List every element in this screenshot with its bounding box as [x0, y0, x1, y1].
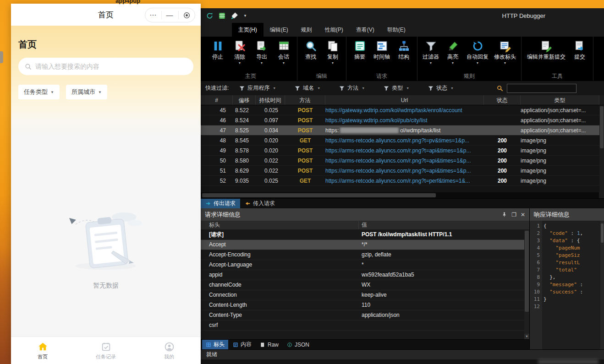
request-view-tab-1[interactable]: 内容	[229, 340, 255, 349]
menu-tab-1[interactable]: 编辑(E)	[264, 23, 295, 37]
column-header-url[interactable]: Url	[325, 95, 484, 105]
stream-tab-1[interactable]: 传入请求	[240, 199, 280, 208]
filter-chip-0[interactable]: 任务类型▼	[18, 85, 60, 99]
ribbon-group-label: 编辑	[300, 72, 343, 81]
ribbon-group-label: 请求	[349, 72, 414, 81]
line-number: 7	[530, 266, 540, 274]
column-header-num[interactable]: #	[201, 95, 233, 105]
ribbon-button-modheaders[interactable]: 修改标头▼	[492, 38, 518, 65]
menu-tab-2[interactable]: 规则	[295, 23, 318, 37]
tabbar-item-0[interactable]: 首页	[11, 337, 74, 364]
column-header-name[interactable]: 标头	[201, 221, 359, 229]
column-header-sta[interactable]: 状态	[484, 95, 521, 105]
close-icon[interactable]: ✕	[521, 212, 525, 217]
header-row-1[interactable]: Accept*/*	[201, 240, 524, 250]
sync-icon[interactable]	[205, 11, 214, 20]
column-header-met[interactable]: 方法	[285, 95, 325, 105]
quick-filter-search-input[interactable]	[507, 84, 577, 93]
column-header-off[interactable]: 偏移	[233, 95, 256, 105]
quick-filter-0[interactable]: 应用程序▼	[236, 83, 279, 93]
quick-filter-2[interactable]: 方法▼	[336, 83, 368, 93]
menu-tab-5[interactable]: 帮助(E)	[381, 23, 412, 37]
response-vertical-scrollbar[interactable]	[600, 221, 604, 349]
ribbon-button-submit[interactable]: 提交	[569, 38, 590, 60]
ribbon-button-filter[interactable]: 过滤器▼	[420, 38, 441, 65]
export-grid-icon[interactable]	[218, 11, 226, 20]
code-line: "total"	[544, 266, 604, 274]
ribbon-button-resubmit[interactable]: 编辑并重新提交	[524, 38, 568, 60]
table-row-48[interactable]: 488.5450.020GEThttps://arms-retcode.aliy…	[201, 136, 599, 146]
column-header-value[interactable]: 值	[359, 221, 529, 229]
minimize-button[interactable]: —	[162, 8, 178, 22]
table-row-45[interactable]: 458.5220.025POSThttps://gateway.wdtrip.c…	[201, 105, 599, 115]
header-row-2[interactable]: Accept-Encodinggzip, deflate	[201, 250, 524, 260]
menu-tab-3[interactable]: 性能(P)	[318, 23, 350, 37]
quick-filter-3[interactable]: 类型▼	[380, 83, 412, 93]
header-row-8[interactable]: Content-Typeapplication/json	[201, 310, 524, 321]
pin-icon[interactable]	[501, 212, 507, 217]
hscroll-corner	[599, 192, 604, 198]
maximize-icon[interactable]: ❐	[511, 212, 516, 217]
table-row-52[interactable]: 529.0350.025GEThttps://arms-retcode.aliy…	[201, 176, 599, 186]
table-row-47[interactable]: 478.5250.034POSThttps:ol/wdmp/task/lista…	[201, 125, 599, 136]
cell-met: GET	[285, 137, 325, 144]
header-row-5[interactable]: channelCodeWX	[201, 280, 524, 290]
cell-dur: 0.025	[256, 178, 285, 184]
column-header-typ[interactable]: 类型	[521, 95, 599, 105]
request-vertical-scrollbar[interactable]: ▼	[524, 230, 529, 339]
ribbon-button-clear[interactable]: 清除▼	[229, 38, 250, 65]
header-row-0[interactable]: [请求]POST /kol/wdmp/task/list HTTP/1.1	[201, 230, 524, 240]
ribbon-button-export[interactable]: 导出▼	[251, 38, 272, 65]
ribbon-button-summary[interactable]: 摘要	[349, 38, 370, 60]
quick-access-caret-icon[interactable]: ▼	[243, 14, 247, 18]
header-row-3[interactable]: Accept-Language*	[201, 260, 524, 270]
request-view-tab-2[interactable]: Raw	[256, 340, 282, 349]
hscroll-thumb[interactable]	[202, 193, 436, 197]
request-panel-title: 请求详细信息	[205, 211, 241, 219]
ribbon-button-session[interactable]: 会话▼	[273, 38, 294, 65]
table-vertical-scrollbar[interactable]	[599, 105, 604, 192]
quick-filter-4[interactable]: 状态▼	[425, 83, 456, 93]
ribbon-button-highlight[interactable]: 高亮▼	[442, 38, 463, 65]
filter-chip-1[interactable]: 所属城市▼	[66, 85, 107, 99]
ribbon-button-autoreply[interactable]: 自动回复▼	[464, 38, 491, 65]
table-row-46[interactable]: 468.5240.097POSThttps://gateway.wdtrip.c…	[201, 115, 599, 125]
cell-off: 8.525	[233, 127, 256, 134]
scroll-down-arrow-icon[interactable]: ▼	[524, 334, 529, 339]
chevron-down-icon: ▼	[331, 61, 335, 65]
header-row-4[interactable]: appidwx592feaafd52a1ba5	[201, 270, 524, 280]
search-input[interactable]	[35, 63, 187, 70]
header-row-6[interactable]: Connectionkeep-alive	[201, 290, 524, 300]
ribbon-button-pause[interactable]: 停止	[207, 38, 228, 60]
menu-tab-4[interactable]: 查看(V)	[350, 23, 381, 37]
record-button[interactable]	[179, 8, 195, 22]
cell-type: image/png	[521, 137, 599, 144]
menu-tab-0[interactable]: 主页(H)	[232, 23, 264, 37]
table-row-51[interactable]: 518.6290.022POSThttps://arms-retcode.ali…	[201, 166, 599, 176]
more-button[interactable]: ⋯	[145, 8, 161, 22]
ribbon-button-structure[interactable]: 结构	[393, 38, 414, 60]
tabbar-item-1[interactable]: 任务记录	[74, 337, 137, 364]
search-bar[interactable]	[18, 58, 193, 75]
cell-url: https://arms-retcode.aliyuncs.com/r.png?…	[325, 147, 484, 154]
ribbon-button-find[interactable]: 查找	[300, 38, 321, 60]
stream-tab-0[interactable]: 传出请求	[201, 199, 240, 208]
request-view-tab-3[interactable]: JSON	[283, 340, 313, 349]
table-header: #偏移持续时间方法Url状态类型	[201, 95, 604, 105]
request-column-header: 标头 值	[201, 221, 529, 230]
quick-filter-1[interactable]: 域名▼	[291, 83, 323, 93]
ribbon-button-timeline[interactable]: 时间轴	[371, 38, 392, 60]
tabbar-item-2[interactable]: 我的	[137, 337, 201, 364]
table-row-50[interactable]: 508.5800.022POSThttps://arms-retcode.ali…	[201, 156, 599, 166]
request-view-tab-0[interactable]: 标头	[202, 340, 228, 349]
table-row-49[interactable]: 498.5780.020POSThttps://arms-retcode.ali…	[201, 146, 599, 156]
ribbon-button-copy[interactable]: 复制▼	[322, 38, 343, 65]
brush-icon[interactable]	[230, 11, 239, 20]
table-horizontal-scrollbar[interactable]	[201, 192, 604, 198]
header-row-7[interactable]: Content-Length110	[201, 300, 524, 310]
column-header-dur[interactable]: 持续时间	[256, 95, 285, 105]
ribbon-button-label: 查找	[305, 54, 316, 60]
screen-edge-handle[interactable]	[0, 51, 3, 63]
header-row-9[interactable]: csrf	[201, 321, 524, 331]
ribbon-button-label: 清除	[234, 54, 245, 60]
